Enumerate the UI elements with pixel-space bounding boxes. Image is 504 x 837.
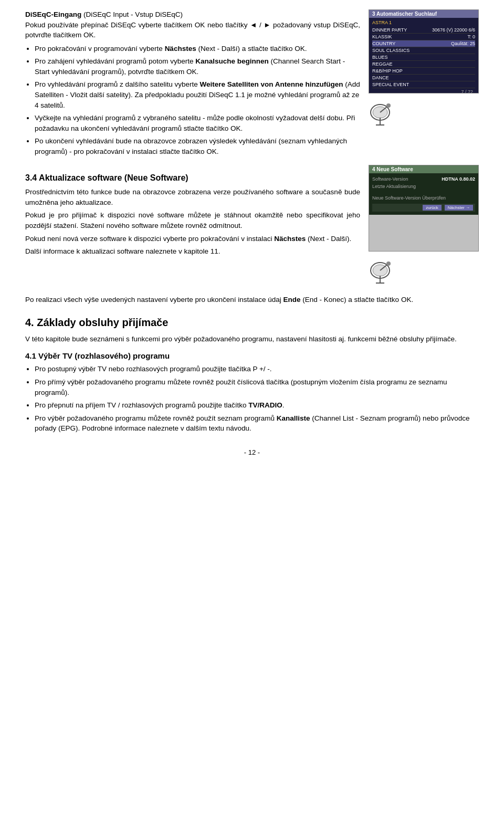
section34-para3: Pokud není nová verze software k dispozi…	[25, 234, 360, 244]
satellite-dish-icon	[369, 98, 400, 127]
section34-para4: Další informace k aktualizaci software n…	[25, 246, 360, 257]
section41-bullets: Pro postupný výběr TV nebo rozhlasových …	[35, 364, 479, 433]
screen-row: DANCE	[372, 75, 475, 81]
screen-row: SOUL CLASSICS	[372, 47, 475, 54]
bullet-item: Pro pokračování v programování vyberte N…	[35, 44, 360, 54]
screen2-titlebar: 4 Neue Software	[369, 165, 478, 173]
section34: 3.4 Aktualizace software (Neue Software)…	[25, 165, 479, 286]
section4-heading: 4. Základy obsluhy přijímače	[25, 317, 479, 329]
screen1-count: 7 / 72	[372, 88, 475, 93]
diseqc-section: DiSEqC-Eingang (DiSEqC Input - Vstup DiS…	[25, 9, 479, 160]
bottom-note: Po realizaci všech výše uvedených nastav…	[25, 295, 479, 305]
screen-row: SPECIAL EVENT	[372, 81, 475, 88]
svg-point-9	[386, 261, 391, 266]
screen-row: R&B/HIP HOP	[372, 68, 475, 75]
screen1-body: ASTRA 1 DINNER PARTY30676 (V) 22000 6/6 …	[369, 18, 478, 93]
screen2-label2: Letzte Aktualisierung	[372, 184, 416, 189]
bullet-item: Pro přímý výběr požadovaného programu mů…	[35, 377, 479, 397]
screen2-sub-label: Neue Software-Version Überprüfen	[372, 195, 475, 201]
diseqc-text: DiSEqC-Eingang (DiSEqC Input - Vstup DiS…	[25, 9, 360, 160]
bullet-item: Pro přepnutí na příjem TV / rozhlasových…	[35, 400, 479, 411]
screen2-value1: HDTNA 0.80.02	[442, 176, 475, 182]
section34-para2: Pokud je pro přijímač k dispozici nové s…	[25, 210, 360, 231]
screen2-field2: Letzte Aktualisierung	[372, 184, 475, 189]
section4-intro: V této kapitole bude seznámeni s funkcem…	[25, 334, 479, 344]
section34-para1: Prostřednictvím této funkce bude na obra…	[25, 187, 360, 207]
screen2-container: 4 Neue Software Software-Version HDTNA 0…	[369, 165, 479, 286]
screen2-label1: Software-Version	[372, 176, 408, 182]
screen-row: COUNTRYQaulität: 25	[372, 40, 475, 47]
bullet-item: Pro vyhledávání programů z dalšího satel…	[35, 79, 360, 110]
page-number: - 12 -	[25, 448, 479, 456]
bullet-item: Vyčkejte na vyhledání programů z vybrané…	[35, 113, 360, 133]
screen2-field1: Software-Version HDTNA 0.80.02	[372, 176, 475, 182]
bullet-item: Pro výběr požadovaného programu můžete r…	[35, 413, 479, 434]
screen2-footer: zurück Nächster →	[372, 204, 475, 212]
screen1-titlebar: 3 Automatischer Suchlauf	[369, 10, 478, 18]
screen2-next-btn[interactable]: Nächster →	[445, 205, 473, 211]
diseqc-heading-inline: DiSEqC-Eingang	[25, 11, 81, 18]
screen1-container: 3 Automatischer Suchlauf ASTRA 1 DINNER …	[369, 9, 479, 128]
screen-row: REGGAE	[372, 61, 475, 68]
section34-heading: 3.4 Aktualizace software (Neue Software)	[25, 173, 360, 183]
section41-heading: 4.1 Výběr TV (rozhlasového) programu	[25, 351, 479, 360]
bullet-list-1: Pro pokračování v programování vyberte N…	[35, 44, 360, 157]
section34-text: 3.4 Aktualizace software (Neue Software)…	[25, 165, 360, 259]
page-content: DiSEqC-Eingang (DiSEqC Input - Vstup DiS…	[25, 9, 479, 456]
screen1-channel: ASTRA 1	[372, 20, 475, 25]
screen-row: BLUES	[372, 54, 475, 61]
bullet-item: Pro zahájení vyhledávání programů potom …	[35, 56, 360, 77]
screen1-image: 3 Automatischer Suchlauf ASTRA 1 DINNER …	[369, 9, 479, 93]
screen2-image: 4 Neue Software Software-Version HDTNA 0…	[369, 165, 479, 252]
svg-point-3	[386, 103, 391, 108]
bullet-item: Pro postupný výběr TV nebo rozhlasových …	[35, 364, 479, 374]
satellite-dish-icon-2	[369, 256, 400, 285]
screen2-body: Software-Version HDTNA 0.80.02 Letzte Ak…	[369, 173, 478, 215]
screen2-back-btn[interactable]: zurück	[423, 205, 442, 211]
screen-row: DINNER PARTY30676 (V) 22000 6/6	[372, 27, 475, 34]
diseqc-para: DiSEqC-Eingang (DiSEqC Input - Vstup DiS…	[25, 9, 360, 40]
bullet-item: Po ukončení vyhledávání bude na obrazovc…	[35, 136, 360, 156]
screen-row: KLASSIKT: 0	[372, 34, 475, 40]
